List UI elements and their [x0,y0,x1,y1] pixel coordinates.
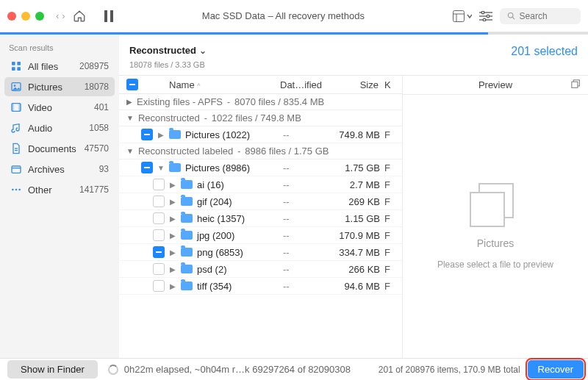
row-checkbox[interactable] [153,212,165,224]
tree-row[interactable]: ▶ png (6853)--334.7 MBF [119,244,402,261]
folder-icon [169,163,181,172]
disclosure-icon[interactable]: ▶ [169,181,176,189]
col-kind[interactable]: K [384,79,395,90]
tree-row[interactable]: ▼ Pictures (8986)--1.75 GBF [119,159,402,176]
svg-rect-21 [18,104,21,112]
tree-row[interactable]: ▶ heic (1357)--1.15 GBF [119,210,402,227]
row-checkbox[interactable] [141,162,153,173]
row-checkbox[interactable] [153,263,165,275]
sidebar: Scan results All files 208975 Pictures 1… [0,35,119,358]
disclosure-icon[interactable]: ▶ [169,232,176,240]
home-icon[interactable] [73,10,86,23]
search-box[interactable] [500,8,581,24]
audio-icon [10,122,22,134]
show-in-finder-button[interactable]: Show in Finder [7,360,98,379]
folder-icon [181,248,193,257]
back-button[interactable]: ‹ [56,10,59,21]
svg-rect-13 [12,62,15,65]
selected-count: 201 selected [511,42,578,58]
nav-arrows: ‹ › [56,10,65,21]
chevron-down-icon: ⌄ [199,46,207,56]
row-checkbox[interactable] [153,280,165,292]
col-name[interactable]: Name ^ [144,79,274,90]
svg-rect-16 [17,67,21,71]
tree-row[interactable]: ▶ psd (2)--266 KBF [119,261,402,278]
documents-icon [10,143,22,154]
page-title[interactable]: Reconstructed⌄ [129,42,207,57]
preview-hint: Please select a file to preview [437,259,553,270]
svg-rect-24 [12,166,21,173]
scan-status: 0h22m elapsed, ~0h04m r…k 69297264 of 82… [98,364,379,375]
col-size[interactable]: Size [329,79,379,90]
disclosure-icon[interactable]: ▶ [169,198,176,206]
sidebar-item-all[interactable]: All files 208975 [4,57,115,76]
filter-button[interactable] [479,11,492,21]
svg-point-9 [487,15,490,18]
svg-line-12 [512,17,514,19]
sidebar-item-pictures[interactable]: Pictures 18078 [4,77,115,96]
row-checkbox[interactable] [153,179,165,190]
svg-rect-20 [12,104,14,112]
disclosure-icon[interactable]: ▼ [126,147,134,155]
search-input[interactable] [520,11,573,21]
sidebar-item-audio[interactable]: Audio 1058 [4,118,115,137]
folder-icon [181,214,193,223]
tree-row[interactable]: ▶ ai (16)--2.7 MBF [119,176,402,193]
video-icon [10,101,22,113]
tree-row[interactable]: ▶ gif (204)--269 KBF [119,193,402,210]
col-date[interactable]: Dat…ified [280,79,323,90]
group-reconstructed-labeled[interactable]: ▼Reconstructed labeled - 8986 files / 1.… [119,143,402,159]
disclosure-icon[interactable]: ▶ [169,248,176,257]
group-reconstructed[interactable]: ▼Reconstructed - 1022 files / 749.8 MB [119,110,402,126]
sidebar-item-archives[interactable]: Archives 93 [4,159,115,179]
file-tree[interactable]: Name ^ Dat…ified Size K ▶Existing files … [119,76,402,358]
duplicate-icon[interactable] [571,79,581,89]
sidebar-item-other[interactable]: Other 141775 [4,180,115,199]
row-checkbox[interactable] [141,129,153,140]
sidebar-header: Scan results [4,40,115,57]
pause-button[interactable] [104,10,114,22]
recover-button[interactable]: Recover [528,360,584,379]
svg-rect-30 [572,82,578,87]
zoom-window[interactable] [35,12,44,21]
row-checkbox[interactable] [153,196,165,207]
other-icon [10,184,22,196]
window-controls [7,12,44,21]
disclosure-icon[interactable]: ▶ [126,98,132,106]
minimize-window[interactable] [21,12,30,21]
disclosure-icon[interactable]: ▼ [126,114,134,122]
titlebar: ‹ › Mac SSD Data – All recovery methods [0,0,588,32]
selection-stats: 201 of 208976 items, 170.9 MB total [379,365,528,375]
folder-icon [181,231,193,240]
preview-caption: Pictures [477,237,514,249]
folder-icon [181,265,193,273]
folder-icon [181,197,193,206]
close-window[interactable] [7,12,16,21]
disclosure-icon[interactable]: ▶ [169,282,176,290]
disclosure-icon[interactable]: ▶ [157,131,165,139]
window-title: Mac SSD Data – All recovery methods [121,10,445,21]
sidebar-item-video[interactable]: Video 401 [4,98,115,117]
tree-row[interactable]: ▶ tiff (354)--94.6 MBF [119,278,402,295]
tree-row[interactable]: ▶ jpg (200)--170.9 MBF [119,227,402,244]
disclosure-icon[interactable]: ▶ [169,265,176,273]
group-existing[interactable]: ▶Existing files - APFS - 8070 files / 83… [119,94,402,110]
view-mode-button[interactable] [453,10,472,22]
row-checkbox[interactable] [153,229,165,241]
preview-header: Preview [403,76,588,95]
pictures-icon [10,81,22,93]
tree-row[interactable]: ▶ Pictures (1022)--749.8 MBF [119,126,402,143]
disclosure-icon[interactable]: ▼ [157,164,165,172]
svg-point-10 [483,18,486,21]
row-checkbox[interactable] [153,246,165,258]
svg-point-8 [481,11,484,14]
spinner-icon [108,365,118,375]
svg-rect-15 [12,67,15,71]
svg-point-18 [14,85,16,87]
forward-button[interactable]: › [62,10,65,21]
svg-rect-2 [453,10,465,21]
sidebar-item-documents[interactable]: Documents 47570 [4,139,115,158]
content: Reconstructed⌄ 18078 files / 3.33 GB 201… [119,35,588,358]
header-checkbox[interactable] [126,79,138,90]
disclosure-icon[interactable]: ▶ [169,215,176,223]
